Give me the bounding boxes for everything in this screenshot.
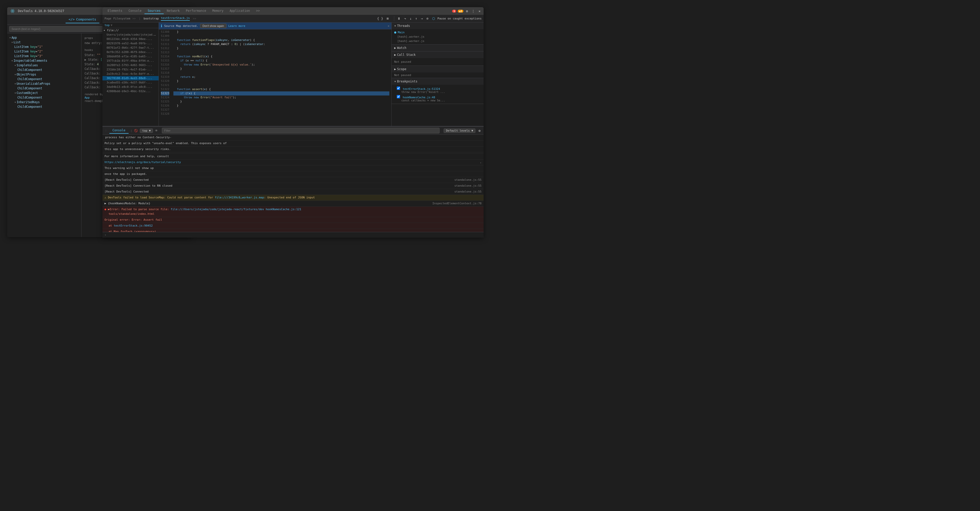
scope-header[interactable]: ▶ Scope bbox=[391, 66, 484, 73]
dock-icon[interactable]: ⊞ bbox=[386, 16, 390, 21]
console-settings-icon[interactable]: ⚙ bbox=[477, 128, 482, 133]
file-item-7[interactable]: 1b208fe2-5793-4d02-9603-... bbox=[102, 63, 159, 67]
filesystem-label[interactable]: Filesystem bbox=[113, 17, 130, 20]
call-stack-header[interactable]: ▶ Call Stack bbox=[391, 51, 484, 58]
pause-on-caught[interactable]: Pause on caught exceptions bbox=[438, 17, 482, 20]
file-item-4[interactable]: 0ef0c352-b200-46f9-b0ee-... bbox=[102, 50, 159, 54]
source-standalone3[interactable]: standalone.js:55 bbox=[454, 189, 482, 194]
clear-console-icon[interactable]: 🚫 bbox=[134, 129, 138, 132]
tab-components[interactable]: </> Components bbox=[65, 16, 99, 23]
watch-header[interactable]: ▶ Watch bbox=[391, 44, 484, 51]
error-badge: 1 bbox=[452, 10, 456, 13]
console-tab[interactable]: Console bbox=[109, 127, 129, 133]
dont-show-button[interactable]: Don't show again bbox=[200, 24, 226, 28]
console-filter-input[interactable] bbox=[162, 128, 439, 133]
tree-item-simple[interactable]: ▾SimpleValues bbox=[7, 63, 81, 68]
console-input[interactable] bbox=[107, 233, 482, 236]
tree-item-listitem2[interactable]: ListItem key="2" bbox=[7, 49, 81, 54]
tab-performance[interactable]: Performance bbox=[183, 8, 209, 14]
bp-file-1[interactable]: testErrorStack.js:51324 bbox=[402, 87, 440, 90]
file-item-6[interactable]: 1977cb1b-81ff-49ba-8f94-e... bbox=[102, 59, 159, 63]
tree-item-listitem1[interactable]: ListItem key="1" bbox=[7, 44, 81, 49]
tree-item-objectprops[interactable]: ▾ObjectProps bbox=[7, 72, 81, 77]
tree-item-child4[interactable]: ChildComponent bbox=[7, 95, 81, 100]
tree-item-list[interactable]: ▾List bbox=[7, 40, 81, 44]
format-icon[interactable]: { } bbox=[376, 16, 384, 21]
bp-checkbox-1[interactable] bbox=[397, 87, 400, 90]
step-over-icon[interactable]: ↷ bbox=[403, 16, 407, 21]
source-standalone1[interactable]: standalone.js:55 bbox=[454, 178, 482, 182]
bp-file-2[interactable]: hookNamesCache.js:48 bbox=[402, 96, 435, 99]
pause-exceptions-icon[interactable]: ⬡ bbox=[431, 16, 436, 21]
tree-item-unserializable[interactable]: ▾UnserializableProps bbox=[7, 81, 81, 86]
thread-worker1-label[interactable]: [hash].worker.js bbox=[397, 35, 425, 38]
tree-item-child3[interactable]: ChildComponent bbox=[7, 86, 81, 90]
threads-header[interactable]: ▾ Threads bbox=[391, 22, 484, 29]
top-context[interactable]: top bbox=[105, 24, 110, 27]
tree-item-app[interactable]: ▾App bbox=[7, 35, 81, 40]
file-item-13[interactable]: 42808bdd-b9e3-48dc-932e... bbox=[102, 89, 159, 94]
file-item-5[interactable]: 18bbb058-ef1e-4105-ba65-... bbox=[102, 54, 159, 59]
step-out-icon[interactable]: ↑ bbox=[414, 16, 418, 21]
tab-elements[interactable]: Elements bbox=[105, 8, 126, 14]
bp-checkbox-2[interactable] bbox=[397, 95, 400, 98]
file-item-8[interactable]: 231bbc10-f92c-4a17-81ab-... bbox=[102, 67, 159, 72]
step-into-icon[interactable]: ↓ bbox=[409, 16, 413, 21]
close-icon[interactable]: ✕ bbox=[477, 9, 482, 14]
hooknames-cache-link[interactable]: hookNamesCache.js:121 bbox=[266, 208, 301, 211]
file-item-0[interactable]: Users/jstejada/code/jstejad... bbox=[102, 33, 159, 37]
console-drag-icon[interactable]: ⋮ bbox=[105, 129, 107, 132]
deactivate-icon[interactable]: ⊘ bbox=[425, 16, 430, 21]
bp-item-1: testErrorStack.js:51324 throw new Error(… bbox=[394, 86, 481, 94]
bdt-top-bar: Elements Console Sources Network Perform… bbox=[102, 7, 484, 15]
file-item-2[interactable]: 08291970-ee52-4aa8-99fb-... bbox=[102, 41, 159, 46]
log-level-selector[interactable]: Default levels ▼ bbox=[444, 129, 476, 133]
source-standalone2[interactable]: standalone.js:55 bbox=[454, 184, 482, 188]
breakpoints-header[interactable]: ▾ Breakpoints bbox=[391, 78, 484, 85]
context-arrow[interactable]: ▼ bbox=[111, 24, 113, 27]
tab-application[interactable]: Application bbox=[226, 8, 253, 14]
source-hooknames1[interactable]: InspectedElementContext.js:78 bbox=[433, 201, 482, 206]
page-label[interactable]: Page bbox=[105, 17, 111, 20]
step-icon[interactable]: → bbox=[420, 16, 424, 21]
more-files[interactable]: >> bbox=[193, 17, 196, 20]
tree-item-listitem3[interactable]: ListItem key="3" bbox=[7, 54, 81, 59]
source-tab-testerror[interactable]: testErrorStack.js bbox=[161, 16, 190, 21]
tree-item-child5[interactable]: ChildComponent bbox=[7, 105, 81, 109]
more-icon[interactable]: ⋮ bbox=[471, 9, 476, 14]
electron-security-link[interactable]: https://electronjs.org/docs/tutorial/sec… bbox=[105, 160, 181, 165]
file-item-9[interactable]: 2a19c4c2-3cac-4c5e-8dff-e... bbox=[102, 72, 159, 76]
file-item-1[interactable]: 081223dc-4418-4354-98ee-... bbox=[102, 37, 159, 41]
error-file-link[interactable]: file:///Users/jstejada/code/jstejada-rea… bbox=[170, 208, 264, 211]
tab-memory[interactable]: Memory bbox=[209, 8, 226, 14]
pause-icon[interactable]: ⏸ bbox=[396, 16, 402, 21]
banner-close-icon[interactable]: ✕ bbox=[388, 24, 389, 28]
tree-item-inherited[interactable]: ▾InheritedKeys bbox=[7, 100, 81, 105]
console-line-security2: Policy set or a policy with "unsafe-eval… bbox=[102, 141, 484, 146]
file-item-12[interactable]: 3da94b13-e8c0-4fce-a0c8-... bbox=[102, 85, 159, 89]
rendered-by-app[interactable]: App bbox=[84, 96, 90, 99]
thread-main-label[interactable]: Main bbox=[398, 31, 405, 34]
tab-network[interactable]: Network bbox=[164, 8, 183, 14]
sourcemap-link[interactable]: file:///34199c0…worker.js.map bbox=[215, 196, 264, 199]
tab-console[interactable]: Console bbox=[126, 8, 145, 14]
file-item-3[interactable]: 08761af2-0b6c-427f-9ae7-t... bbox=[102, 46, 159, 50]
tree-item-child1[interactable]: ChildComponent bbox=[7, 68, 81, 72]
eye-icon[interactable]: 👁 bbox=[155, 129, 158, 132]
context-selector[interactable]: top ▼ bbox=[140, 129, 153, 133]
file-item-11[interactable]: 3ca8ed55-d30c-4d37-9b8f-... bbox=[102, 80, 159, 85]
tree-item-child2[interactable]: ChildComponent bbox=[7, 77, 81, 81]
thread-worker2-label[interactable]: [hash].worker.js bbox=[397, 40, 425, 43]
learn-more-link[interactable]: Learn more bbox=[229, 24, 245, 28]
stack-link-1[interactable]: testErrorStack.js:90452 bbox=[114, 224, 153, 227]
settings-icon[interactable]: ⚙ bbox=[465, 9, 469, 14]
tree-item-inspectable[interactable]: ▾InspectableElements bbox=[7, 59, 81, 63]
source-tab-bootstrap[interactable]: bootstrap bbox=[144, 17, 159, 20]
tab-sources[interactable]: Sources bbox=[145, 8, 164, 14]
active-thread-dot bbox=[394, 32, 396, 33]
file-item-10[interactable]: 30278100-01d9-4ed3-88e8-... bbox=[102, 76, 159, 80]
tree-item-custom[interactable]: ▾CustomObject bbox=[7, 90, 81, 95]
file-tree-root[interactable]: ▾ file:// bbox=[102, 28, 159, 33]
more-sources[interactable]: >> bbox=[132, 17, 136, 20]
tab-more[interactable]: >> bbox=[253, 8, 263, 14]
